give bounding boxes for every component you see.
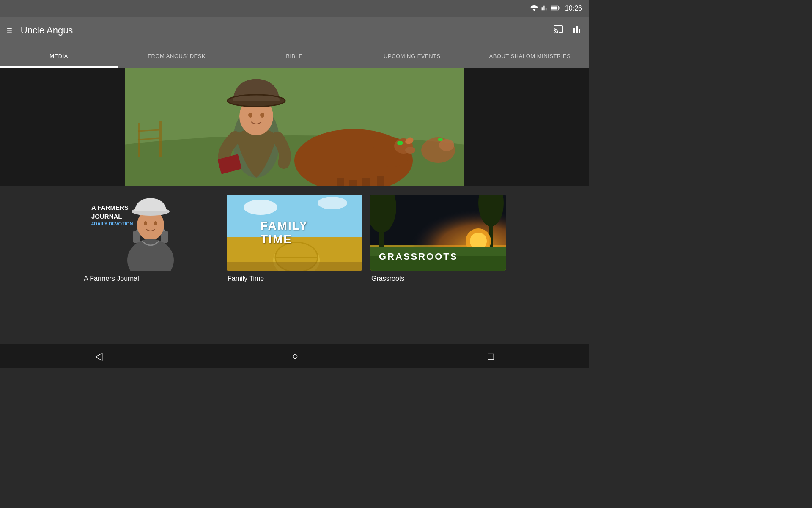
hero-scene: [125, 68, 464, 186]
app-title: Uncle Angus: [21, 25, 553, 36]
svg-point-38: [244, 200, 277, 215]
svg-rect-5: [159, 121, 162, 157]
svg-point-17: [397, 141, 403, 145]
farmers-journal-overlay: A FARMERS JOURNAL #DAILY DEVOTION: [91, 203, 133, 227]
media-card-family-time[interactable]: FAMILY TIME Family Time: [227, 195, 362, 283]
svg-rect-9: [337, 178, 344, 186]
media-title-family-time: Family Time: [227, 275, 362, 283]
svg-rect-45: [227, 262, 362, 271]
time-display: 10:26: [565, 5, 582, 12]
cast-icon[interactable]: [553, 24, 563, 37]
svg-point-27: [260, 113, 264, 118]
tab-media[interactable]: MEDIA: [0, 44, 118, 68]
back-button[interactable]: ◁: [95, 350, 102, 362]
app-bar: ≡ Uncle Angus: [0, 17, 589, 44]
content-area: A FARMERS JOURNAL #DAILY DEVOTION A Farm…: [0, 186, 589, 291]
recents-button[interactable]: □: [488, 350, 494, 362]
bottom-nav: ◁ ○ □: [0, 344, 589, 368]
thumbnail-grassroots: GRASSROOTS: [370, 195, 506, 271]
media-card-farmers-journal[interactable]: A FARMERS JOURNAL #DAILY DEVOTION A Farm…: [83, 195, 218, 283]
battery-icon: [551, 5, 560, 12]
media-title-grassroots: Grassroots: [370, 275, 506, 283]
svg-point-35: [154, 221, 157, 225]
svg-point-20: [438, 138, 443, 141]
tab-upcoming-events[interactable]: UPCOMING EVENTS: [353, 44, 471, 68]
hero-container: [0, 68, 589, 186]
svg-point-26: [248, 113, 252, 118]
tab-bar: MEDIA FROM ANGUS' DESK BIBLE UPCOMING EV…: [0, 44, 589, 68]
svg-point-34: [144, 221, 147, 225]
menu-icon[interactable]: ≡: [7, 25, 12, 36]
status-bar: 10:26: [0, 0, 589, 17]
signal-icon: [541, 5, 547, 12]
svg-point-16: [405, 147, 415, 154]
svg-rect-1: [551, 6, 557, 9]
svg-rect-11: [362, 178, 370, 186]
grassroots-overlay: GRASSROOTS: [379, 251, 458, 262]
svg-point-39: [318, 197, 347, 209]
tab-bible[interactable]: BIBLE: [236, 44, 353, 68]
thumbnail-family-time: FAMILY TIME: [227, 195, 362, 271]
wifi-icon: [530, 5, 538, 12]
analytics-icon[interactable]: [572, 24, 582, 37]
media-grid: A FARMERS JOURNAL #DAILY DEVOTION A Farm…: [34, 195, 555, 283]
media-title-farmers-journal: A Farmers Journal: [83, 275, 218, 283]
svg-rect-12: [377, 176, 384, 186]
tab-from-angus-desk[interactable]: FROM ANGUS' DESK: [118, 44, 235, 68]
hero-image: [125, 68, 464, 186]
home-button[interactable]: ○: [292, 350, 298, 362]
thumbnail-farmers-journal: A FARMERS JOURNAL #DAILY DEVOTION: [83, 195, 218, 271]
media-card-grassroots[interactable]: GRASSROOTS Grassroots: [370, 195, 506, 283]
svg-rect-10: [349, 180, 357, 186]
tab-about-shalom-ministries[interactable]: ABOUT SHALOM MINISTRIES: [471, 44, 589, 68]
svg-point-53: [470, 233, 487, 250]
action-icons: [553, 24, 582, 37]
status-icons: 10:26: [530, 5, 582, 12]
family-time-overlay: FAMILY TIME: [261, 219, 328, 246]
